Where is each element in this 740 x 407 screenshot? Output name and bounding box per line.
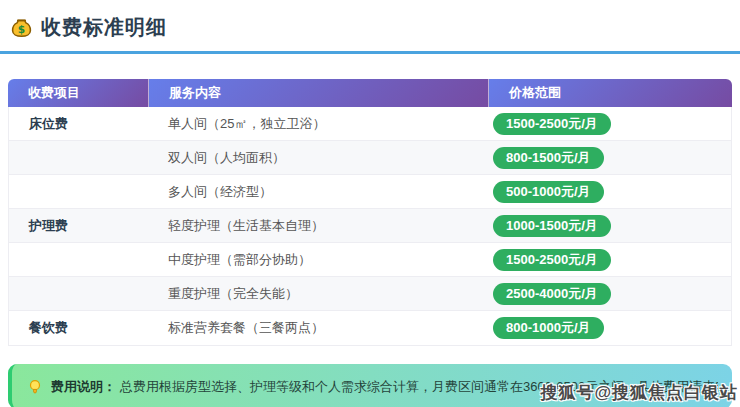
price-badge: 800-1000元/月 (493, 317, 604, 339)
table-row: 餐饮费 标准营养套餐（三餐两点） 800-1000元/月 (9, 311, 731, 345)
money-bag-icon: $ (10, 16, 33, 39)
column-header-item: 收费项目 (8, 79, 148, 107)
lightbulb-icon (26, 378, 44, 396)
table-row: 重度护理（完全失能） 2500-4000元/月 (9, 277, 731, 311)
table-row: 护理费 轻度护理（生活基本自理） 1000-1500元/月 (9, 209, 731, 243)
service-cell: 单人间（25㎡，独立卫浴） (148, 115, 488, 133)
service-cell: 重度护理（完全失能） (148, 285, 488, 303)
price-cell: 2500-4000元/月 (488, 283, 731, 305)
price-cell: 1000-1500元/月 (488, 215, 731, 237)
watermark: 搜狐号@搜狐焦点白银站 (540, 381, 738, 404)
page-title: 收费标准明细 (41, 14, 167, 41)
table-row: 双人间（人均面积） 800-1500元/月 (9, 141, 731, 175)
fee-detail-page: $ 收费标准明细 收费项目 服务内容 价格范围 床位费 单人间（25㎡，独立卫浴… (0, 0, 740, 407)
fee-item-cell: 床位费 (9, 115, 148, 133)
table-row: 床位费 单人间（25㎡，独立卫浴） 1500-2500元/月 (9, 107, 731, 141)
price-badge: 2500-4000元/月 (493, 283, 611, 305)
fee-table-header: 收费项目 服务内容 价格范围 (8, 79, 732, 107)
price-badge: 1500-2500元/月 (493, 249, 611, 271)
page-header: $ 收费标准明细 (10, 12, 732, 42)
fee-item-cell: 餐饮费 (9, 319, 148, 337)
price-badge: 800-1500元/月 (493, 147, 604, 169)
fee-table-body: 床位费 单人间（25㎡，独立卫浴） 1500-2500元/月 双人间（人均面积）… (8, 107, 732, 346)
column-header-price: 价格范围 (488, 79, 732, 107)
service-cell: 中度护理（需部分协助） (148, 251, 488, 269)
price-cell: 800-1500元/月 (488, 147, 731, 169)
svg-text:$: $ (18, 22, 25, 34)
service-cell: 轻度护理（生活基本自理） (148, 217, 488, 235)
service-cell: 多人间（经济型） (148, 183, 488, 201)
price-badge: 500-1000元/月 (493, 181, 604, 203)
table-row: 多人间（经济型） 500-1000元/月 (9, 175, 731, 209)
price-badge: 1500-2500元/月 (493, 113, 611, 135)
table-row: 中度护理（需部分协助） 1500-2500元/月 (9, 243, 731, 277)
fee-note-label: 费用说明： (51, 379, 116, 394)
fee-item-cell: 护理费 (9, 217, 148, 235)
column-header-service: 服务内容 (148, 79, 488, 107)
price-badge: 1000-1500元/月 (493, 215, 611, 237)
title-underline (0, 51, 740, 54)
price-cell: 1500-2500元/月 (488, 113, 731, 135)
fee-table: 收费项目 服务内容 价格范围 床位费 单人间（25㎡，独立卫浴） 1500-25… (8, 79, 732, 346)
service-cell: 双人间（人均面积） (148, 149, 488, 167)
service-cell: 标准营养套餐（三餐两点） (148, 319, 488, 337)
price-cell: 500-1000元/月 (488, 181, 731, 203)
price-cell: 1500-2500元/月 (488, 249, 731, 271)
price-cell: 800-1000元/月 (488, 317, 731, 339)
